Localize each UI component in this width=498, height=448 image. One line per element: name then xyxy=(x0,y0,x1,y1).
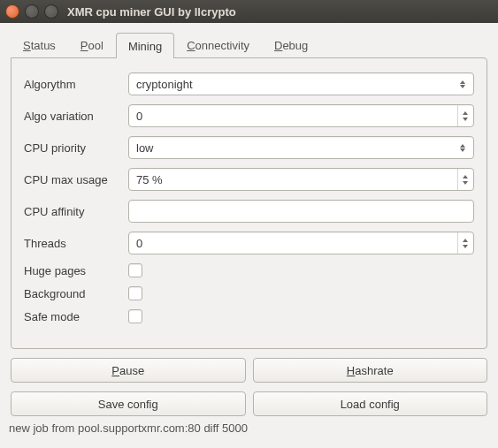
mining-pane: Algorythm cryptonight Algo variation 0 C… xyxy=(11,57,487,349)
threads-value: 0 xyxy=(136,237,457,250)
tab-connectivity-rest: onnectivity xyxy=(195,39,249,52)
algo-variation-value: 0 xyxy=(136,110,457,123)
spinner-arrows-icon xyxy=(457,105,468,126)
huge-pages-label: Huge pages xyxy=(24,264,128,277)
algorythm-label: Algorythm xyxy=(24,78,128,91)
tab-pool[interactable]: Pool xyxy=(68,32,116,57)
close-icon[interactable] xyxy=(5,4,19,19)
combo-arrows-icon xyxy=(457,80,468,88)
algorythm-value: cryptonight xyxy=(136,78,457,91)
cpu-priority-combo[interactable]: low xyxy=(128,136,474,159)
spinner-arrows-icon xyxy=(457,232,468,254)
load-config-label: Load config xyxy=(341,398,400,411)
cpu-max-usage-value: 75 % xyxy=(136,173,457,186)
minimize-icon[interactable] xyxy=(25,4,39,19)
save-config-button[interactable]: Save config xyxy=(11,391,246,416)
huge-pages-checkbox[interactable] xyxy=(128,263,142,277)
algo-variation-label: Algo variation xyxy=(24,110,128,123)
algo-variation-spin[interactable]: 0 xyxy=(128,104,474,127)
cpu-priority-label: CPU priority xyxy=(24,141,128,155)
threads-label: Threads xyxy=(24,237,128,250)
maximize-icon[interactable] xyxy=(44,4,58,19)
tab-debug[interactable]: Debug xyxy=(262,32,320,57)
algorythm-combo[interactable]: cryptonight xyxy=(128,72,474,95)
tab-status[interactable]: Status xyxy=(11,32,68,57)
cpu-affinity-input[interactable] xyxy=(128,200,474,223)
tab-mining[interactable]: Mining xyxy=(116,33,174,58)
background-checkbox[interactable] xyxy=(128,286,142,300)
safe-mode-checkbox[interactable] xyxy=(128,309,142,323)
status-bar: new job from pool.supportxmr.com:80 diff… xyxy=(0,416,498,440)
tab-pool-rest: ool xyxy=(88,39,103,52)
pause-button[interactable]: Pause xyxy=(11,358,246,383)
spinner-arrows-icon xyxy=(457,169,468,190)
background-label: Background xyxy=(24,287,128,300)
tab-bar: Status Pool Mining Connectivity Debug xyxy=(11,32,487,57)
threads-spin[interactable]: 0 xyxy=(128,232,474,254)
tab-mining-label: Mining xyxy=(128,40,162,53)
safe-mode-label: Safe mode xyxy=(24,310,128,323)
window-title: XMR cpu miner GUI by llcrypto xyxy=(67,5,236,19)
tab-connectivity[interactable]: Connectivity xyxy=(174,32,262,57)
status-text: new job from pool.supportxmr.com:80 diff… xyxy=(9,421,248,435)
cpu-max-usage-label: CPU max usage xyxy=(24,173,128,186)
save-config-label: Save config xyxy=(98,398,158,411)
cpu-max-usage-spin[interactable]: 75 % xyxy=(128,168,474,191)
combo-arrows-icon xyxy=(457,144,468,152)
titlebar: XMR cpu miner GUI by llcrypto xyxy=(0,0,498,23)
hashrate-button[interactable]: Hashrate xyxy=(253,358,488,383)
cpu-affinity-label: CPU affinity xyxy=(24,205,128,218)
load-config-button[interactable]: Load config xyxy=(253,391,488,416)
cpu-priority-value: low xyxy=(136,141,457,155)
tab-status-rest: tatus xyxy=(31,39,56,52)
tab-debug-rest: ebug xyxy=(282,39,308,52)
